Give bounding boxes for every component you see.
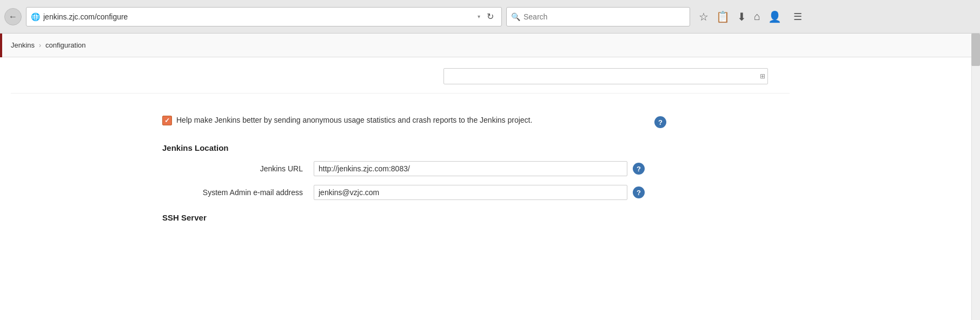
breadcrumb: Jenkins › configuration — [0, 34, 980, 57]
search-icon: 🔍 — [511, 12, 520, 21]
scrollbar[interactable] — [971, 34, 980, 320]
home-icon[interactable]: ⌂ — [754, 10, 760, 23]
hamburger-menu-icon[interactable]: ☰ — [793, 11, 802, 23]
partial-top-element: ⊞ — [11, 68, 790, 94]
breadcrumb-home-link[interactable]: Jenkins — [11, 41, 35, 49]
scrollbar-thumb[interactable] — [971, 34, 980, 66]
jenkins-url-row: Jenkins URL ? — [11, 161, 790, 176]
address-dropdown-arrow[interactable]: ▾ — [478, 14, 480, 19]
toolbar-icons: ☆ 📋 ⬇ ⌂ 👤 ☰ — [699, 10, 802, 23]
breadcrumb-current-page: configuration — [45, 41, 85, 49]
reload-button[interactable]: ↻ — [484, 10, 497, 23]
partial-input-box: ⊞ — [443, 68, 768, 84]
system-admin-email-input[interactable] — [314, 185, 627, 200]
expand-icon: ⊞ — [760, 72, 765, 80]
profile-icon[interactable]: 👤 — [768, 10, 782, 23]
usage-stats-help-icon[interactable]: ? — [654, 116, 666, 128]
bookmark-star-icon[interactable]: ☆ — [699, 10, 708, 23]
checkbox-container: ✓ Help make Jenkins better by sending an… — [162, 115, 649, 126]
jenkins-location-heading: Jenkins Location — [162, 143, 790, 152]
system-admin-email-label: System Admin e-mail address — [141, 188, 314, 197]
checkmark-icon: ✓ — [164, 117, 170, 124]
back-arrow-icon: ← — [9, 12, 17, 22]
system-admin-email-row: System Admin e-mail address ? — [11, 185, 790, 200]
breadcrumb-separator: › — [39, 42, 41, 49]
globe-icon: 🌐 — [31, 12, 40, 21]
jenkins-url-help-icon[interactable]: ? — [633, 163, 645, 175]
address-bar[interactable] — [43, 12, 474, 21]
search-input[interactable] — [524, 12, 685, 21]
jenkins-url-label: Jenkins URL — [141, 164, 314, 173]
main-content: ⊞ ✓ Help make Jenkins better by sending … — [0, 57, 971, 320]
address-bar-container: 🌐 ▾ ↻ — [26, 7, 502, 26]
jenkins-url-input[interactable] — [314, 161, 627, 176]
system-admin-email-help-icon[interactable]: ? — [633, 186, 645, 198]
ssh-server-heading: SSH Server — [162, 213, 790, 222]
usage-stats-section: ✓ Help make Jenkins better by sending an… — [162, 104, 790, 139]
search-bar-container: 🔍 — [506, 7, 690, 26]
download-icon[interactable]: ⬇ — [737, 10, 746, 23]
usage-stats-checkbox[interactable]: ✓ — [162, 116, 172, 125]
bookmarks-icon[interactable]: 📋 — [716, 10, 730, 23]
usage-stats-label: Help make Jenkins better by sending anon… — [176, 115, 532, 126]
back-button[interactable]: ← — [4, 8, 22, 25]
